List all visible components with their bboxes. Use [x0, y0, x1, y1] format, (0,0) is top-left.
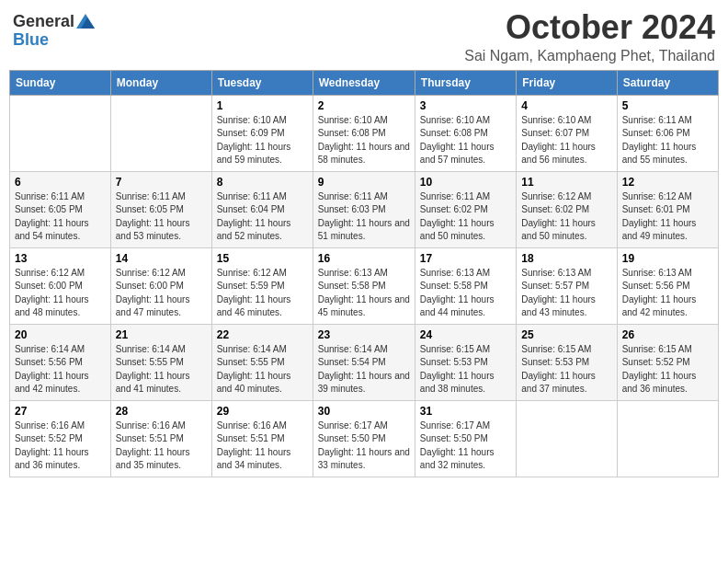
- calendar-cell: 4Sunrise: 6:10 AM Sunset: 6:07 PM Daylig…: [517, 95, 617, 171]
- calendar-cell: 18Sunrise: 6:13 AM Sunset: 5:57 PM Dayli…: [517, 247, 617, 324]
- day-info: Sunrise: 6:16 AM Sunset: 5:51 PM Dayligh…: [116, 419, 207, 473]
- day-number: 11: [521, 176, 611, 189]
- day-number: 22: [217, 328, 308, 341]
- calendar-cell: 28Sunrise: 6:16 AM Sunset: 5:51 PM Dayli…: [110, 400, 211, 477]
- calendar-cell: 13Sunrise: 6:12 AM Sunset: 6:00 PM Dayli…: [10, 247, 111, 324]
- header-row: SundayMondayTuesdayWednesdayThursdayFrid…: [10, 70, 719, 95]
- calendar-cell: 25Sunrise: 6:15 AM Sunset: 5:53 PM Dayli…: [517, 324, 617, 400]
- day-info: Sunrise: 6:15 AM Sunset: 5:53 PM Dayligh…: [521, 343, 611, 396]
- calendar-cell: [617, 400, 718, 477]
- month-year-title: October 2024: [464, 9, 715, 46]
- logo-icon: [76, 14, 95, 29]
- calendar-cell: [110, 95, 211, 171]
- calendar-header: SundayMondayTuesdayWednesdayThursdayFrid…: [10, 70, 719, 95]
- day-info: Sunrise: 6:14 AM Sunset: 5:56 PM Dayligh…: [15, 343, 106, 396]
- day-info: Sunrise: 6:15 AM Sunset: 5:52 PM Dayligh…: [622, 343, 713, 396]
- day-number: 8: [217, 176, 308, 189]
- title-block: October 2024 Sai Ngam, Kamphaeng Phet, T…: [464, 9, 715, 64]
- day-info: Sunrise: 6:11 AM Sunset: 6:06 PM Dayligh…: [622, 114, 713, 167]
- calendar-cell: 20Sunrise: 6:14 AM Sunset: 5:56 PM Dayli…: [10, 324, 111, 400]
- day-number: 21: [116, 328, 207, 341]
- day-info: Sunrise: 6:12 AM Sunset: 6:02 PM Dayligh…: [521, 190, 611, 244]
- calendar-cell: 3Sunrise: 6:10 AM Sunset: 6:08 PM Daylig…: [415, 95, 516, 171]
- day-info: Sunrise: 6:14 AM Sunset: 5:55 PM Dayligh…: [217, 343, 308, 396]
- day-info: Sunrise: 6:12 AM Sunset: 6:00 PM Dayligh…: [116, 267, 207, 320]
- weekday-header: Tuesday: [211, 70, 313, 95]
- location-subtitle: Sai Ngam, Kamphaeng Phet, Thailand: [464, 48, 715, 64]
- calendar-week-row: 27Sunrise: 6:16 AM Sunset: 5:52 PM Dayli…: [10, 400, 719, 477]
- calendar-cell: 31Sunrise: 6:17 AM Sunset: 5:50 PM Dayli…: [415, 400, 516, 477]
- day-info: Sunrise: 6:13 AM Sunset: 5:57 PM Dayligh…: [521, 267, 611, 320]
- day-info: Sunrise: 6:11 AM Sunset: 6:04 PM Dayligh…: [217, 190, 308, 244]
- page-header: General Blue October 2024 Sai Ngam, Kamp…: [9, 9, 719, 64]
- calendar-cell: 9Sunrise: 6:11 AM Sunset: 6:03 PM Daylig…: [313, 171, 415, 247]
- calendar-cell: 7Sunrise: 6:11 AM Sunset: 6:05 PM Daylig…: [110, 171, 211, 247]
- weekday-header: Monday: [110, 70, 211, 95]
- day-info: Sunrise: 6:13 AM Sunset: 5:58 PM Dayligh…: [318, 267, 410, 320]
- day-number: 12: [622, 176, 713, 189]
- calendar-body: 1Sunrise: 6:10 AM Sunset: 6:09 PM Daylig…: [10, 95, 719, 477]
- day-number: 15: [217, 252, 308, 265]
- weekday-header: Wednesday: [313, 70, 415, 95]
- day-info: Sunrise: 6:12 AM Sunset: 6:01 PM Dayligh…: [622, 190, 713, 244]
- calendar-cell: [10, 95, 111, 171]
- day-number: 25: [521, 328, 611, 341]
- day-number: 31: [420, 405, 511, 418]
- calendar-week-row: 6Sunrise: 6:11 AM Sunset: 6:05 PM Daylig…: [10, 171, 719, 247]
- day-number: 26: [622, 328, 713, 341]
- day-info: Sunrise: 6:12 AM Sunset: 6:00 PM Dayligh…: [15, 267, 106, 320]
- day-info: Sunrise: 6:15 AM Sunset: 5:53 PM Dayligh…: [420, 343, 511, 396]
- day-info: Sunrise: 6:17 AM Sunset: 5:50 PM Dayligh…: [420, 419, 511, 473]
- weekday-header: Friday: [517, 70, 617, 95]
- calendar-cell: 21Sunrise: 6:14 AM Sunset: 5:55 PM Dayli…: [110, 324, 211, 400]
- calendar-cell: 14Sunrise: 6:12 AM Sunset: 6:00 PM Dayli…: [110, 247, 211, 324]
- day-number: 27: [15, 405, 106, 418]
- weekday-header: Thursday: [415, 70, 516, 95]
- day-info: Sunrise: 6:10 AM Sunset: 6:08 PM Dayligh…: [420, 114, 511, 167]
- calendar-cell: 8Sunrise: 6:11 AM Sunset: 6:04 PM Daylig…: [211, 171, 313, 247]
- calendar-cell: 6Sunrise: 6:11 AM Sunset: 6:05 PM Daylig…: [10, 171, 111, 247]
- day-info: Sunrise: 6:17 AM Sunset: 5:50 PM Dayligh…: [318, 419, 410, 473]
- day-number: 1: [217, 99, 308, 112]
- calendar-cell: 11Sunrise: 6:12 AM Sunset: 6:02 PM Dayli…: [517, 171, 617, 247]
- calendar-week-row: 1Sunrise: 6:10 AM Sunset: 6:09 PM Daylig…: [10, 95, 719, 171]
- day-number: 13: [15, 252, 106, 265]
- day-info: Sunrise: 6:11 AM Sunset: 6:05 PM Dayligh…: [15, 190, 106, 244]
- day-number: 19: [622, 252, 713, 265]
- calendar-cell: 17Sunrise: 6:13 AM Sunset: 5:58 PM Dayli…: [415, 247, 516, 324]
- day-number: 10: [420, 176, 511, 189]
- calendar-cell: 2Sunrise: 6:10 AM Sunset: 6:08 PM Daylig…: [313, 95, 415, 171]
- calendar-cell: 1Sunrise: 6:10 AM Sunset: 6:09 PM Daylig…: [211, 95, 313, 171]
- day-info: Sunrise: 6:10 AM Sunset: 6:07 PM Dayligh…: [521, 114, 611, 167]
- day-info: Sunrise: 6:14 AM Sunset: 5:55 PM Dayligh…: [116, 343, 207, 396]
- day-number: 4: [521, 99, 611, 112]
- calendar-cell: 29Sunrise: 6:16 AM Sunset: 5:51 PM Dayli…: [211, 400, 313, 477]
- logo: General Blue: [13, 13, 95, 50]
- logo-blue-text: Blue: [13, 31, 49, 50]
- day-number: 16: [318, 252, 410, 265]
- calendar-table: SundayMondayTuesdayWednesdayThursdayFrid…: [9, 70, 719, 477]
- day-number: 7: [116, 176, 207, 189]
- calendar-cell: 24Sunrise: 6:15 AM Sunset: 5:53 PM Dayli…: [415, 324, 516, 400]
- day-info: Sunrise: 6:11 AM Sunset: 6:02 PM Dayligh…: [420, 190, 511, 244]
- day-number: 20: [15, 328, 106, 341]
- day-info: Sunrise: 6:16 AM Sunset: 5:51 PM Dayligh…: [217, 419, 308, 473]
- day-number: 30: [318, 405, 410, 418]
- calendar-cell: 16Sunrise: 6:13 AM Sunset: 5:58 PM Dayli…: [313, 247, 415, 324]
- calendar-cell: 5Sunrise: 6:11 AM Sunset: 6:06 PM Daylig…: [617, 95, 718, 171]
- day-info: Sunrise: 6:11 AM Sunset: 6:03 PM Dayligh…: [318, 190, 410, 244]
- day-number: 9: [318, 176, 410, 189]
- day-number: 28: [116, 405, 207, 418]
- day-number: 6: [15, 176, 106, 189]
- calendar-cell: 30Sunrise: 6:17 AM Sunset: 5:50 PM Dayli…: [313, 400, 415, 477]
- day-info: Sunrise: 6:14 AM Sunset: 5:54 PM Dayligh…: [318, 343, 410, 396]
- day-info: Sunrise: 6:13 AM Sunset: 5:56 PM Dayligh…: [622, 267, 713, 320]
- day-info: Sunrise: 6:11 AM Sunset: 6:05 PM Dayligh…: [116, 190, 207, 244]
- day-info: Sunrise: 6:10 AM Sunset: 6:08 PM Dayligh…: [318, 114, 410, 167]
- day-number: 23: [318, 328, 410, 341]
- calendar-week-row: 20Sunrise: 6:14 AM Sunset: 5:56 PM Dayli…: [10, 324, 719, 400]
- day-number: 17: [420, 252, 511, 265]
- calendar-cell: 19Sunrise: 6:13 AM Sunset: 5:56 PM Dayli…: [617, 247, 718, 324]
- day-number: 18: [521, 252, 611, 265]
- calendar-week-row: 13Sunrise: 6:12 AM Sunset: 6:00 PM Dayli…: [10, 247, 719, 324]
